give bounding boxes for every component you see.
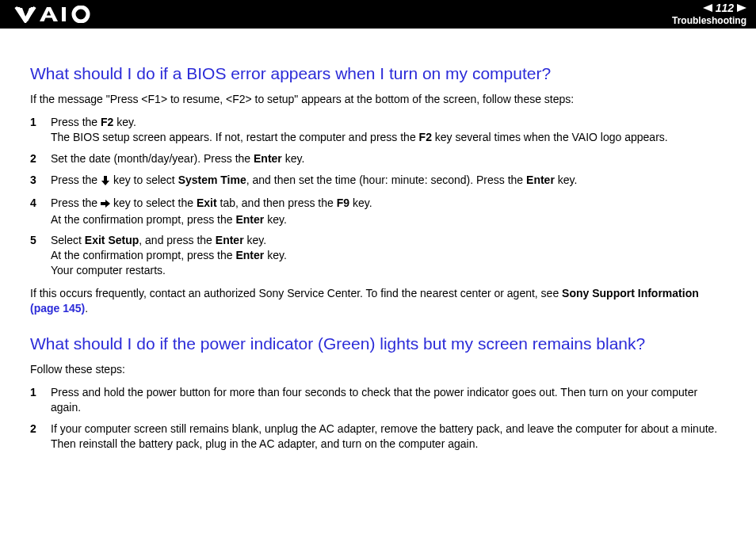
step-item: Select Exit Setup, and press the Enter k…: [30, 233, 729, 278]
page-link[interactable]: (page 145): [30, 302, 85, 315]
steps-list-2: Press and hold the power button for more…: [30, 385, 729, 452]
next-page-arrow-icon[interactable]: [737, 4, 746, 12]
step-item: Press the F2 key. The BIOS setup screen …: [30, 115, 729, 145]
section-name: Troubleshooting: [672, 15, 746, 26]
svg-marker-10: [737, 4, 746, 12]
step-item: Press the key to select System Time, and…: [30, 173, 729, 189]
svg-marker-12: [101, 181, 109, 185]
step-item: Press the key to select the Exit tab, an…: [30, 196, 729, 227]
after-text-1: If this occurs frequently, contact an au…: [30, 286, 729, 316]
svg-rect-11: [104, 176, 107, 181]
step-item: Press and hold the power button for more…: [30, 385, 729, 415]
prev-page-arrow-icon[interactable]: [703, 4, 712, 12]
intro-text-2: Follow these steps:: [30, 362, 729, 377]
step-item: If your computer screen still remains bl…: [30, 421, 729, 452]
page-content: What should I do if a BIOS error appears…: [0, 29, 756, 452]
header-right: 112 Troubleshooting: [672, 2, 746, 26]
question-heading-2: What should I do if the power indicator …: [30, 334, 729, 354]
svg-marker-9: [703, 4, 712, 12]
question-heading-1: What should I do if a BIOS error appears…: [30, 63, 729, 84]
svg-rect-13: [101, 202, 105, 205]
right-arrow-icon: [101, 197, 110, 212]
page-number: 112: [716, 2, 734, 13]
svg-rect-7: [62, 7, 66, 21]
step-item: Set the date (month/day/year). Press the…: [30, 151, 729, 166]
intro-text-1: If the message "Press <F1> to resume, <F…: [30, 92, 729, 107]
header-bar: ✓: [0, 0, 756, 29]
down-arrow-icon: [101, 174, 110, 189]
vaio-logo: ✓: [14, 6, 101, 23]
page-navigation: 112: [672, 2, 746, 13]
steps-list-1: Press the F2 key. The BIOS setup screen …: [30, 115, 729, 278]
